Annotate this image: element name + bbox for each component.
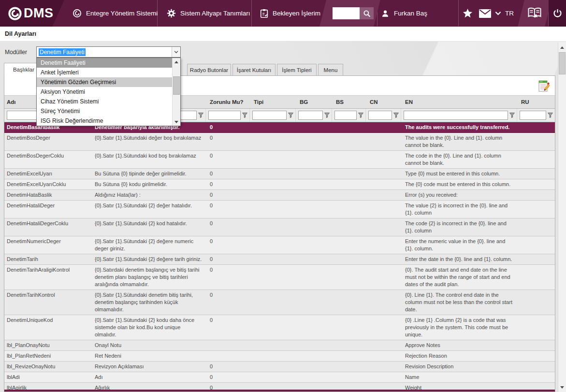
search-button[interactable] [360,7,374,19]
module-option[interactable]: Anket İşlemleri [37,68,172,77]
filter-cell [249,109,295,122]
filter-funnel-icon[interactable] [509,113,515,118]
table-row[interactable]: DenetimBosDegerCoklu{0}.Satır {1}.Sütund… [4,151,555,169]
filter-funnel-icon[interactable] [198,113,203,118]
cell-cn [365,236,401,254]
table-row[interactable]: DenetimNumericDeger{0}.Satır {1}.Sütunda… [4,236,555,254]
page-scroll-down-arrow[interactable] [558,383,566,391]
combo-dropdown-button[interactable] [172,47,180,57]
filter-funnel-icon[interactable] [324,113,330,118]
filter-input[interactable] [368,111,392,120]
qdms-logo[interactable]: DMS [0,0,68,27]
tab-radyo-butonlar[interactable]: Radyo Butonlar [187,64,231,75]
tab-i-lem-tipleri[interactable]: İşlem Tipleri [277,64,317,75]
page-scrollbar[interactable] [558,43,566,392]
cell-ru [517,190,555,200]
cell-tipi [249,133,295,150]
cell-bs [332,190,365,200]
favorites-star-icon[interactable] [460,0,475,27]
cell-desc: {0}.Satır {1}.Sütundaki {2} kodu daha ön… [91,315,205,340]
filter-cell [295,109,332,122]
table-row[interactable]: DenetimBosDeger{0}.Satır {1}.Sütundaki d… [4,133,555,151]
table-row[interactable]: lbl_PlanOnayNotuOnayl NotuApprove Notes [4,340,555,351]
edit-grid-icon[interactable] [537,79,551,93]
tab-menu[interactable]: Menu [318,64,343,75]
module-option[interactable]: ISG Risk Değerlendirme [37,116,172,126]
cell-en: The value {2} is incorrect in the {0}. l… [401,201,517,218]
column-header-zorunlu-mu-[interactable]: Zorunlu Mu? [205,99,249,105]
cell-name: DenetimBosDeger [4,133,91,150]
table-row[interactable]: DenetimUniqueKod{0}.Satır {1}.Sütundaki … [4,315,555,340]
module-option[interactable]: Cihaz Yönetim Sistemi [37,97,172,106]
column-header-cn[interactable]: CN [365,99,401,105]
cell-bs [332,169,365,179]
column-header-bs[interactable]: BS [332,99,365,105]
column-header-en[interactable]: EN [401,99,517,105]
table-row[interactable]: DenetimTarihAraligiKontrol{0}.Satırdaki … [4,265,555,290]
filter-funnel-icon[interactable] [242,113,247,118]
module-option[interactable]: Yönetimin Gözden Geçirmesi [37,77,172,87]
power-logout-icon[interactable] [550,0,565,27]
menu-bekleyen-islerim[interactable]: Bekleyen İşlerim [260,0,320,27]
page-scroll-thumb[interactable] [559,52,566,74]
table-row[interactable]: DenetimTarih{0}.Satır {1}.Sütundaki {2} … [4,254,555,265]
column-header-ru[interactable]: RU [517,99,555,105]
modules-dropdown-list: Denetim FaaliyetiAnket İşlemleriYönetimi… [36,58,181,126]
table-row[interactable]: DenetimExcelUyarıBu Sütuna {0} tipinde d… [4,169,555,179]
filter-input[interactable] [208,111,241,120]
cell-en: The code in the {0}. Line and {1}. colum… [401,151,517,168]
cell-name: DenetimExcelUyarı [4,169,91,179]
cell-bg [295,315,332,340]
user-menu[interactable]: Furkan Baş [381,0,427,27]
table-row[interactable]: DenetimHataBaslikAldığınız Hata(lar) :0E… [4,190,555,201]
filter-funnel-icon[interactable] [288,113,293,118]
table-row[interactable]: lbl_RevizeOnayNotuRevizyon Açıklaması0Re… [4,362,555,372]
cell-ru [517,315,555,340]
cell-zorunlu: 0 [205,290,249,315]
mail-icon[interactable] [477,0,493,27]
filter-funnel-icon[interactable] [548,113,553,118]
table-row[interactable]: lbl_PlanRetNedeniRet NedeniRejection Rea… [4,351,555,362]
menu-label: Sistem Altyapı Tanımları [180,10,250,17]
scroll-thumb[interactable] [173,76,180,95]
page-title-bar: Dil Ayarları [0,27,566,42]
cell-ru [517,351,555,361]
menu-sistem-altyapi-tanimlari[interactable]: Sistem Altyapı Tanımları [167,0,250,27]
cell-bg [295,151,332,168]
menu-entegre-yonetim-sistemi[interactable]: Entegre Yönetim Sistemi [73,0,158,27]
filter-input[interactable] [298,111,323,120]
modules-label: Modüller [5,49,27,56]
module-option[interactable]: Denetim Faaliyeti [37,58,172,68]
search-input[interactable] [333,7,360,19]
module-option[interactable]: Süreç Yönetimi [37,106,172,116]
scroll-up-arrow[interactable] [173,58,180,66]
page-title: Dil Ayarları [5,30,36,37]
cell-cn [365,254,401,264]
cell-ru [517,151,555,168]
cell-en: Error (s) you received: [401,190,517,200]
language-selector[interactable]: TR [495,0,514,27]
column-header-bg[interactable]: BG [295,99,332,105]
table-row[interactable]: DenetimHataliDegerCoklu{0}.Satır {1}.Süt… [4,218,555,236]
scroll-down-arrow[interactable] [173,118,180,126]
module-option[interactable]: Aksiyon Yönetimi [37,87,172,97]
table-row[interactable]: DenetimExcelUyarıCokluBu Sütuna {0} kodu… [4,179,555,190]
page-scroll-up-arrow[interactable] [558,44,566,51]
user-manual-book-icon[interactable] [525,0,544,27]
filter-input[interactable] [334,111,357,120]
cell-ru [517,265,555,290]
dropdown-scrollbar[interactable] [172,58,180,126]
table-row[interactable]: DenetimHataliDeger{0}.Satır {1}.Sütundak… [4,201,555,218]
filter-input[interactable] [520,111,546,120]
cell-en: {0}. Line {1}. The control end date in t… [401,290,517,315]
column-header-tipi[interactable]: Tipi [249,99,295,105]
cell-name: lbl_RevizeOnayNotu [4,362,91,372]
modules-dropdown[interactable]: Denetim Faaliyeti [36,46,181,58]
filter-input[interactable] [252,111,287,120]
table-row[interactable]: DenetimTarihKontrol{0}.Satır {1}.Sütunda… [4,290,555,315]
tab-i-aret-kutular-[interactable]: İşaret Kutuları [232,64,276,75]
filter-input[interactable] [404,111,508,120]
filter-funnel-icon[interactable] [393,113,399,118]
table-row[interactable]: lblAdiAdı0Name [4,372,555,383]
filter-funnel-icon[interactable] [358,113,363,118]
